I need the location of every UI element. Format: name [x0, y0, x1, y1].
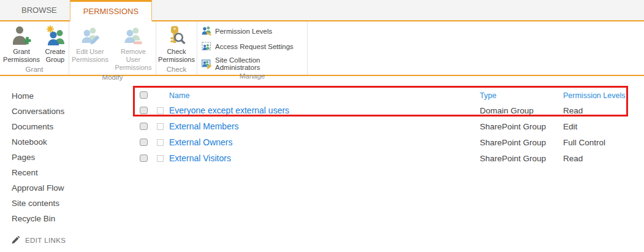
row-select-checkbox[interactable] [140, 107, 148, 114]
ribbon: Grant Permissions [0, 21, 644, 76]
access-request-settings-label: Access Request Settings [215, 43, 294, 50]
group-link[interactable]: External Members [169, 121, 239, 131]
tab-permissions[interactable]: PERMISSIONS [70, 0, 152, 21]
table-row: External Visitors SharePoint Group Read [132, 150, 644, 166]
permission-levels-cell: Read [563, 106, 583, 115]
permission-levels-label: Permission Levels [215, 28, 272, 35]
row-checkbox[interactable] [157, 107, 164, 114]
access-request-settings-button[interactable]: Access Request Settings [202, 41, 305, 52]
create-group-label: Create Group [45, 48, 65, 64]
grant-permissions-button[interactable]: Grant Permissions [1, 24, 42, 64]
sidebar-item-recent[interactable]: Recent [12, 165, 132, 180]
sidebar-item-site-contents[interactable]: Site contents [12, 196, 132, 211]
row-select-checkbox[interactable] [140, 155, 148, 162]
column-header-name[interactable]: Name [169, 91, 189, 100]
site-collection-administrators-icon [202, 59, 212, 69]
access-request-settings-icon [202, 41, 212, 52]
table-header-row: Name Type Permission Levels [132, 88, 644, 102]
type-cell: SharePoint Group [480, 154, 546, 163]
permission-levels-button[interactable]: Permission Levels [202, 26, 305, 36]
row-select-checkbox[interactable] [140, 123, 148, 130]
site-collection-administrators-button[interactable]: Site Collection Administrators [202, 56, 305, 71]
remove-user-permissions-label: Remove User Permissions [113, 48, 153, 72]
sidebar-item-conversations[interactable]: Conversations [12, 104, 132, 119]
tabbar-spacer [152, 0, 644, 21]
sidebar-item-approval-flow[interactable]: Approval Flow [12, 180, 132, 196]
row-checkbox[interactable] [157, 155, 164, 162]
type-cell: SharePoint Group [480, 138, 546, 147]
permission-levels-cell: Full Control [563, 138, 605, 147]
group-link[interactable]: Everyone except external users [169, 105, 289, 115]
table-row: External Members SharePoint Group Edit [132, 118, 644, 134]
ribbon-empty-area [308, 21, 644, 75]
pencil-icon [12, 236, 20, 244]
remove-user-permissions-icon [123, 25, 143, 47]
table-row: External Owners SharePoint Group Full Co… [132, 134, 644, 150]
select-all-checkbox[interactable] [140, 91, 148, 99]
check-permissions-button[interactable]: Check Permissions [156, 24, 197, 64]
row-select-checkbox[interactable] [140, 139, 148, 146]
remove-user-permissions-button[interactable]: Remove User Permissions [111, 24, 156, 72]
sidebar-item-recycle-bin[interactable]: Recycle Bin [12, 211, 132, 226]
tabbar-spacer [0, 0, 9, 21]
sidebar-item-notebook[interactable]: Notebook [12, 134, 132, 150]
sharepoint-permissions-page: BROWSE PERMISSIONS [0, 0, 644, 252]
ribbon-group-label-check: Check [156, 64, 197, 76]
sidebar-item-documents[interactable]: Documents [12, 119, 132, 134]
create-group-button[interactable]: Create Group [42, 24, 68, 64]
sidebar-item-home[interactable]: Home [12, 88, 132, 104]
check-permissions-icon [166, 25, 187, 47]
permission-levels-cell: Read [563, 154, 583, 163]
ribbon-group-manage: Permission Levels Access Request Setting… [197, 21, 308, 75]
ribbon-group-grant: Grant Permissions [0, 21, 69, 75]
tab-browse[interactable]: BROWSE [9, 0, 70, 21]
row-checkbox[interactable] [157, 123, 164, 130]
grant-permissions-label: Grant Permissions [3, 48, 40, 64]
permission-levels-icon [202, 26, 212, 36]
row-checkbox[interactable] [157, 139, 164, 146]
ribbon-group-label-grant: Grant [0, 64, 69, 76]
edit-links-button[interactable]: EDIT LINKS [12, 236, 132, 244]
type-cell: Domain Group [480, 106, 534, 115]
left-navigation: Home Conversations Documents Notebook Pa… [0, 76, 132, 252]
edit-user-permissions-icon [80, 25, 100, 47]
group-link[interactable]: External Owners [169, 137, 232, 147]
edit-user-permissions-label: Edit User Permissions [72, 48, 108, 64]
edit-user-permissions-button[interactable]: Edit User Permissions [69, 24, 111, 64]
permissions-table: Name Type Permission Levels Everyone exc… [132, 76, 644, 252]
edit-links-label: EDIT LINKS [25, 237, 66, 244]
check-permissions-label: Check Permissions [158, 48, 195, 64]
column-header-type[interactable]: Type [480, 91, 496, 100]
site-collection-administrators-label: Site Collection Administrators [215, 56, 305, 71]
sidebar-item-pages[interactable]: Pages [12, 150, 132, 165]
column-header-permission-levels[interactable]: Permission Levels [563, 91, 625, 100]
grant-permissions-icon [11, 25, 32, 47]
ribbon-group-modify: Edit User Permissions Remove User Permis… [69, 21, 156, 75]
ribbon-tab-bar: BROWSE PERMISSIONS [0, 0, 644, 21]
ribbon-group-check: Check Permissions Check [156, 21, 197, 75]
table-row: Everyone except external users Domain Gr… [132, 102, 644, 118]
create-group-icon [45, 25, 66, 47]
permission-levels-cell: Edit [563, 122, 577, 131]
type-cell: SharePoint Group [480, 122, 546, 131]
group-link[interactable]: External Visitors [169, 153, 231, 163]
